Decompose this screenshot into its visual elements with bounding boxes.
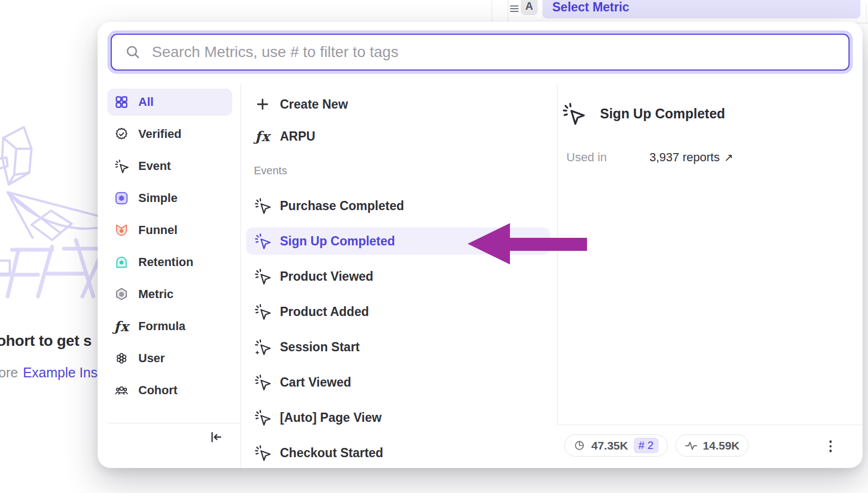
sidebar-item-label: Retention <box>138 255 193 269</box>
select-metric-row[interactable]: Select Metric <box>542 0 860 18</box>
events-section-header: Events <box>254 165 287 177</box>
sidebar-item-formula[interactable]: ƒx Formula <box>107 313 232 340</box>
custom-event-cursor-icon <box>254 338 271 356</box>
sidebar-item-label: Verified <box>138 127 181 141</box>
pie-chart-icon <box>573 439 586 452</box>
user-cluster-icon <box>114 351 129 365</box>
verified-badge-icon <box>114 127 129 141</box>
sidebar-item-label: Cohort <box>138 383 177 397</box>
north-east-arrow-icon: ↗ <box>724 151 733 164</box>
plus-icon <box>254 96 271 113</box>
sidebar-item-user[interactable]: User <box>107 345 232 372</box>
list-item-product-added[interactable]: Product Added <box>246 298 550 325</box>
example-insights-link[interactable]: Example Ins <box>23 365 98 380</box>
sidebar-footer-divider <box>107 423 240 424</box>
sidebar-item-label: Metric <box>138 287 174 301</box>
stat-value: 47.35K <box>591 439 628 452</box>
empty-state-link-prefix: ore <box>0 365 18 380</box>
list-item-label: Session Start <box>280 340 360 355</box>
simple-metric-icon <box>114 191 129 205</box>
search-icon <box>125 44 141 60</box>
collapse-left-icon <box>208 430 224 444</box>
event-cursor-icon <box>254 197 271 214</box>
create-new-button[interactable]: Create New <box>246 91 550 118</box>
panel-border <box>492 0 492 23</box>
event-cursor-icon <box>254 303 271 320</box>
event-cursor-icon <box>254 374 271 391</box>
empty-state-heading: ohort to get s <box>0 332 92 350</box>
list-item-auto-page-view[interactable]: [Auto] Page View <box>246 404 550 431</box>
metric-letter-badge: A <box>521 0 538 15</box>
select-metric-label: Select Metric <box>552 0 629 15</box>
sidebar-item-all[interactable]: All <box>107 89 232 116</box>
filter-sidebar: All Verified Event <box>107 84 240 409</box>
list-item-label: Cart Viewed <box>280 375 351 390</box>
event-cursor-icon <box>254 409 271 426</box>
activity-icon <box>685 439 698 452</box>
event-cursor-icon <box>254 268 271 285</box>
metric-list: Create New ƒx ARPU Events Purchase Compl… <box>241 84 557 468</box>
event-cursor-icon <box>562 102 585 125</box>
decorative-wireframe-art <box>0 121 103 300</box>
activity-count-chip[interactable]: 14.59K <box>675 434 749 457</box>
panel-border <box>866 3 866 23</box>
sidebar-item-cohort[interactable]: Cohort <box>107 377 232 404</box>
detail-footer-divider <box>557 425 863 425</box>
annotation-arrow <box>461 217 591 271</box>
search-focus-ring <box>107 30 853 74</box>
collapse-sidebar-button[interactable] <box>205 426 227 448</box>
drag-handle-icon[interactable] <box>509 2 520 14</box>
list-item-label: Purchase Completed <box>280 199 404 213</box>
sidebar-item-verified[interactable]: Verified <box>107 121 232 148</box>
sidebar-item-label: User <box>138 351 165 365</box>
list-item-label: Checkout Started <box>280 446 383 460</box>
event-cursor-icon <box>254 444 271 462</box>
cohort-people-icon <box>114 383 129 397</box>
sidebar-item-label: Formula <box>138 319 186 333</box>
formula-fx-icon: ƒx <box>114 319 129 333</box>
list-item-checkout-started[interactable]: Checkout Started <box>246 439 550 466</box>
sidebar-item-label: Event <box>138 159 171 173</box>
kebab-menu-button[interactable] <box>824 437 838 456</box>
sidebar-item-event[interactable]: Event <box>107 153 232 180</box>
sidebar-item-label: Funnel <box>138 223 177 237</box>
sidebar-item-label: Simple <box>138 191 177 205</box>
metric-detail-panel: Sign Up Completed Used in 3,937 reports … <box>558 84 863 468</box>
detail-title: Sign Up Completed <box>600 106 725 122</box>
list-item-purchase-completed[interactable]: Purchase Completed <box>246 192 550 219</box>
list-item-label: Product Viewed <box>280 269 373 284</box>
list-item-cart-viewed[interactable]: Cart Viewed <box>246 369 550 396</box>
sidebar-item-label: All <box>138 95 154 109</box>
list-item-label: ARPU <box>280 129 315 144</box>
funnel-icon <box>114 223 129 237</box>
panel-border <box>508 0 508 23</box>
event-cursor-icon <box>114 159 129 173</box>
list-item-label: Product Added <box>280 305 369 319</box>
search-input[interactable] <box>152 43 835 61</box>
list-item-label: [Auto] Page View <box>280 410 381 425</box>
total-count-chip[interactable]: 47.35K # 2 <box>564 434 668 457</box>
used-in-label: Used in <box>566 150 649 165</box>
rank-badge: # 2 <box>634 438 659 453</box>
stat-value: 14.59K <box>703 439 740 452</box>
event-cursor-icon <box>254 232 271 250</box>
used-in-reports-link[interactable]: 3,937 reports <box>649 150 720 165</box>
search-bar[interactable] <box>111 34 850 71</box>
sidebar-item-metric[interactable]: Metric <box>107 281 232 308</box>
metric-hexagon-icon <box>114 287 129 301</box>
list-item-label: Create New <box>280 97 348 112</box>
list-item-arpu[interactable]: ƒx ARPU <box>246 123 550 150</box>
sidebar-item-funnel[interactable]: Funnel <box>107 217 232 244</box>
retention-icon <box>114 255 129 269</box>
sidebar-item-retention[interactable]: Retention <box>107 249 232 276</box>
list-item-session-start[interactable]: Session Start <box>246 333 550 361</box>
grid-icon <box>114 95 129 109</box>
sidebar-item-simple[interactable]: Simple <box>107 185 232 212</box>
formula-fx-icon: ƒx <box>254 128 271 145</box>
list-item-label: Sign Up Completed <box>280 234 395 249</box>
